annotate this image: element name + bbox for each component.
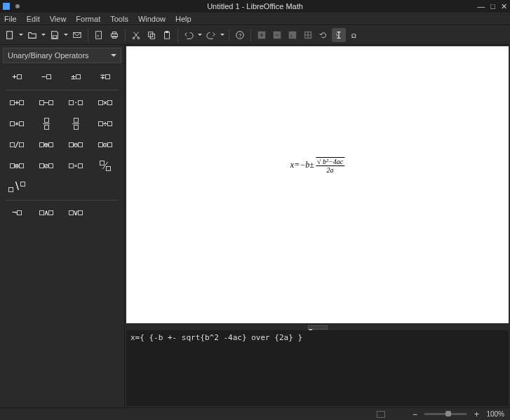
menu-edit[interactable]: Edit — [27, 15, 40, 23]
close-button[interactable]: ✕ — [501, 2, 507, 11]
op-ast[interactable]: ∗ — [6, 116, 28, 131]
svg-rect-0 — [7, 31, 13, 39]
separator — [125, 29, 126, 41]
separator — [250, 29, 251, 41]
open-dropdown[interactable] — [41, 34, 46, 36]
svg-rect-12 — [165, 32, 170, 39]
zoom-in-button[interactable] — [255, 28, 269, 42]
save-dropdown[interactable] — [63, 34, 69, 36]
op-and[interactable]: ∧ — [35, 205, 58, 220]
op-plusminus[interactable]: ± — [65, 69, 87, 84]
op-minusplus[interactable]: ∓ — [94, 69, 116, 84]
menu-help[interactable]: Help — [175, 15, 192, 23]
formula-denominator: 2a — [326, 166, 335, 174]
op-neg[interactable]: ¬ — [6, 205, 28, 220]
symbols-button[interactable]: Ω — [347, 28, 361, 42]
operator-palette: + − ± ∓ + − · × ∗ ÷ / ⊕ ⊖ ⊙ — [0, 66, 124, 407]
print-button[interactable] — [107, 28, 121, 42]
toolbar: P ? 1 Ω — [0, 25, 510, 45]
op-cdot[interactable]: · — [65, 95, 87, 110]
refresh-button[interactable] — [316, 28, 330, 42]
op-ominus[interactable]: ⊖ — [65, 137, 87, 152]
mail-button[interactable] — [70, 28, 84, 42]
zoom-out-status[interactable]: − — [410, 410, 419, 419]
svg-rect-13 — [166, 31, 168, 32]
op-slash[interactable]: / — [6, 137, 28, 152]
separator — [177, 29, 178, 41]
undo-dropdown[interactable] — [197, 34, 203, 36]
new-dropdown[interactable] — [18, 34, 24, 36]
zoom-in-status[interactable]: + — [472, 410, 481, 419]
svg-rect-22 — [309, 32, 311, 34]
op-or[interactable]: ∨ — [65, 205, 87, 220]
zoom-fit-button[interactable] — [301, 28, 315, 42]
save-button[interactable] — [48, 28, 62, 42]
undo-button[interactable] — [182, 28, 196, 42]
op-plus[interactable]: + — [6, 69, 28, 84]
menu-tools[interactable]: Tools — [110, 15, 128, 23]
paste-button[interactable] — [160, 28, 174, 42]
menu-window[interactable]: Window — [138, 15, 166, 23]
formula-lhs: x=−b± — [290, 160, 314, 170]
export-pdf-button[interactable]: P — [92, 28, 106, 42]
category-selector[interactable]: Unary/Binary Operators — [3, 48, 121, 63]
svg-rect-24 — [309, 35, 311, 37]
zoom-thumb[interactable] — [445, 411, 451, 416]
splitter-grip[interactable]: ▾ — [308, 325, 328, 330]
op-otimes[interactable]: ⊗ — [6, 158, 28, 173]
open-button[interactable] — [25, 28, 39, 42]
menu-file[interactable]: File — [4, 15, 17, 23]
cut-button[interactable] — [129, 28, 143, 42]
zoom-value[interactable]: 100% — [486, 410, 504, 418]
svg-rect-23 — [306, 35, 308, 37]
op-wideslash[interactable]: ⁄ — [94, 158, 116, 173]
redo-button[interactable] — [204, 28, 218, 42]
svg-text:P: P — [97, 34, 99, 37]
formula-editor[interactable]: x={ {-b +- sqrt{b^2 -4ac} over {2a} } — [126, 330, 509, 406]
titlebar: Untitled 1 - LibreOffice Math — □ ✕ — [0, 0, 510, 13]
copy-button[interactable] — [145, 28, 159, 42]
menu-format[interactable]: Format — [76, 15, 100, 23]
titlebar-dot — [15, 4, 20, 8]
op-frac[interactable] — [35, 116, 58, 131]
op-div-frac[interactable] — [65, 116, 87, 131]
app-icon — [3, 3, 10, 10]
new-button[interactable] — [3, 28, 17, 42]
main-area: x=−b± √ b²−4ac 2a ▾ x={ {-b +- sqrt{b^2 … — [125, 45, 510, 407]
menubar: File Edit View Format Tools Window Help — [0, 13, 510, 25]
splitter[interactable]: ▾ — [125, 325, 510, 330]
formula-cursor-button[interactable] — [332, 28, 346, 42]
op-add[interactable]: + — [6, 95, 28, 110]
svg-text:?: ? — [239, 32, 241, 37]
op-oplus[interactable]: ⊕ — [35, 137, 58, 152]
category-label: Unary/Binary Operators — [8, 51, 89, 60]
svg-text:Ω: Ω — [351, 31, 356, 39]
op-widebslash[interactable]: ∖ — [6, 179, 28, 194]
zoom-slider[interactable] — [424, 413, 467, 415]
statusbar: − + 100% — [0, 407, 510, 420]
window-title: Untitled 1 - LibreOffice Math — [207, 2, 303, 11]
svg-rect-20 — [304, 31, 312, 39]
op-sub[interactable]: − — [35, 95, 58, 110]
separator — [88, 29, 88, 41]
doc-modified-icon — [377, 411, 385, 418]
op-div[interactable]: ÷ — [94, 116, 116, 131]
op-circ[interactable]: ∘ — [65, 158, 87, 173]
op-oslash[interactable]: ⊘ — [35, 158, 58, 173]
help-button[interactable]: ? — [233, 28, 247, 42]
formula-preview[interactable]: x=−b± √ b²−4ac 2a — [126, 46, 509, 323]
svg-text:1: 1 — [290, 32, 293, 37]
maximize-button[interactable]: □ — [490, 2, 495, 11]
formula-numerator: √ b²−4ac — [316, 157, 344, 166]
svg-rect-21 — [306, 32, 308, 34]
op-minus[interactable]: − — [35, 69, 58, 84]
zoom-out-button[interactable] — [270, 28, 284, 42]
palette-separator — [6, 90, 119, 90]
menu-view[interactable]: View — [50, 15, 67, 23]
rendered-formula: x=−b± √ b²−4ac 2a — [290, 157, 344, 174]
redo-dropdown[interactable] — [220, 34, 225, 36]
zoom-100-button[interactable]: 1 — [286, 28, 300, 42]
minimize-button[interactable]: — — [477, 2, 485, 11]
op-odot[interactable]: ⊙ — [94, 137, 116, 152]
op-times[interactable]: × — [94, 95, 116, 110]
